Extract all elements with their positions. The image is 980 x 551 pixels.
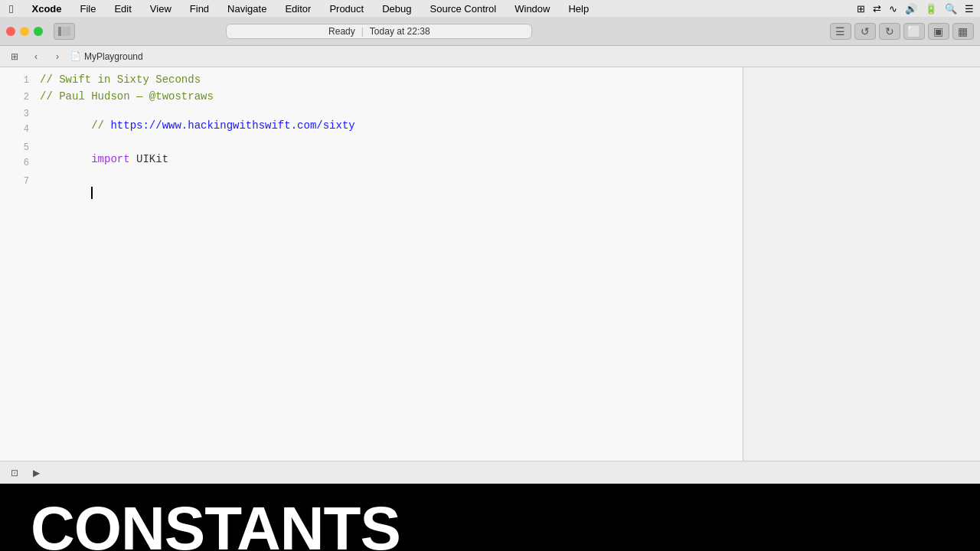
main-area: 1 // Swift in Sixty Seconds 2 // Paul Hu…: [0, 67, 980, 461]
line-content-3: // https://www.hackingwithswift.com/sixt…: [40, 107, 355, 144]
menu-edit[interactable]: Edit: [111, 2, 134, 16]
line-content-1: // Swift in Sixty Seconds: [40, 73, 201, 86]
code-line-1: 1 // Swift in Sixty Seconds: [0, 73, 743, 90]
menu-editor[interactable]: Editor: [282, 2, 314, 16]
svg-rect-0: [58, 27, 61, 36]
apple-menu[interactable]: : [6, 1, 16, 17]
volume-icon: 🔊: [905, 3, 917, 15]
battery-icon: 🔋: [925, 3, 937, 15]
view-toggle-button[interactable]: ▣: [928, 23, 949, 40]
menu-extras-icon[interactable]: ☰: [965, 3, 974, 15]
wifi-icon: ∿: [889, 3, 897, 15]
code-line-5: 5 import UIKit: [0, 141, 743, 158]
inspector-toggle-button[interactable]: ▦: [952, 23, 974, 40]
constants-title: CONSTANTS: [31, 494, 400, 551]
bottom-bar: ⊡ ▶: [0, 461, 980, 484]
constants-overlay: CONSTANTS: [0, 484, 980, 551]
status-divider: |: [361, 26, 364, 37]
breadcrumb: 📄 MyPlayground: [70, 51, 143, 62]
status-bar: Ready | Today at 22:38: [226, 24, 532, 39]
toolbar: Ready | Today at 22:38 ☰ ↺ ↻ ⬜ ▣ ▦: [0, 17, 980, 46]
line-number-1: 1: [6, 75, 29, 86]
sidebar-toggle-button[interactable]: [54, 23, 75, 40]
line3-url: https://www.hackingwithswift.com/sixty: [110, 119, 354, 132]
menu-navigate[interactable]: Navigate: [224, 2, 270, 16]
code-editor[interactable]: 1 // Swift in Sixty Seconds 2 // Paul Hu…: [0, 67, 743, 461]
menu-view[interactable]: View: [147, 2, 175, 16]
menu-window[interactable]: Window: [511, 2, 553, 16]
nav-grid-button[interactable]: ⊞: [6, 50, 23, 64]
code-line-3: 3 // https://www.hackingwithswift.com/si…: [0, 107, 743, 124]
refresh-button[interactable]: ↺: [854, 23, 876, 40]
menu-find[interactable]: Find: [187, 2, 212, 16]
status-ready-label: Ready: [328, 26, 355, 37]
nav-bar: ⊞ ‹ › 📄 MyPlayground: [0, 46, 980, 67]
file-icon: 📄: [70, 51, 81, 61]
line-number-6: 6: [6, 158, 29, 168]
menu-source-control[interactable]: Source Control: [427, 2, 500, 16]
menu-product[interactable]: Product: [326, 2, 367, 16]
menu-help[interactable]: Help: [565, 2, 592, 16]
align-left-button[interactable]: ☰: [830, 23, 851, 40]
line-number-5: 5: [6, 142, 29, 153]
forward-button[interactable]: ↻: [879, 23, 900, 40]
line-number-7: 7: [6, 176, 29, 187]
line-number-4: 4: [6, 124, 29, 135]
status-time-label: Today at 22:38: [370, 26, 430, 37]
menu-bar:  Xcode File Edit View Find Navigate Edi…: [0, 0, 980, 17]
close-button[interactable]: [6, 27, 15, 36]
right-panel: [743, 67, 980, 461]
line-content-7: [40, 174, 93, 211]
run-button[interactable]: ▶: [28, 466, 44, 480]
nav-forward-button[interactable]: ›: [49, 50, 66, 64]
layout-toggle-button[interactable]: ⬜: [903, 23, 925, 40]
cast-icon: ⇄: [873, 3, 881, 15]
traffic-lights: [6, 27, 43, 36]
menu-file[interactable]: File: [77, 2, 100, 16]
import-uikit: UIKit: [130, 153, 168, 165]
code-line-2: 2 // Paul Hudson — @twostraws: [0, 90, 743, 107]
keyword-import: import: [91, 153, 129, 165]
breadcrumb-label: MyPlayground: [84, 51, 143, 62]
line-number-2: 2: [6, 92, 29, 103]
maximize-button[interactable]: [34, 27, 43, 36]
search-icon[interactable]: 🔍: [945, 3, 957, 15]
svg-rect-1: [62, 27, 70, 36]
line-content-5: import UIKit: [40, 141, 168, 178]
line-content-2: // Paul Hudson — @twostraws: [40, 90, 214, 103]
menu-debug[interactable]: Debug: [379, 2, 414, 16]
text-cursor: [91, 187, 93, 199]
line-number-3: 3: [6, 109, 29, 119]
nav-back-button[interactable]: ‹: [28, 50, 44, 64]
toolbar-right-buttons: ☰ ↺ ↻ ⬜ ▣ ▦: [830, 23, 974, 40]
menubar-status-icons: ⊞ ⇄ ∿ 🔊 🔋 🔍 ☰: [857, 3, 974, 15]
line3-comment-prefix: //: [91, 119, 110, 132]
console-toggle-button[interactable]: ⊡: [6, 466, 23, 480]
minimize-button[interactable]: [20, 27, 29, 36]
screen-icon: ⊞: [857, 3, 865, 15]
menu-xcode[interactable]: Xcode: [28, 2, 64, 16]
